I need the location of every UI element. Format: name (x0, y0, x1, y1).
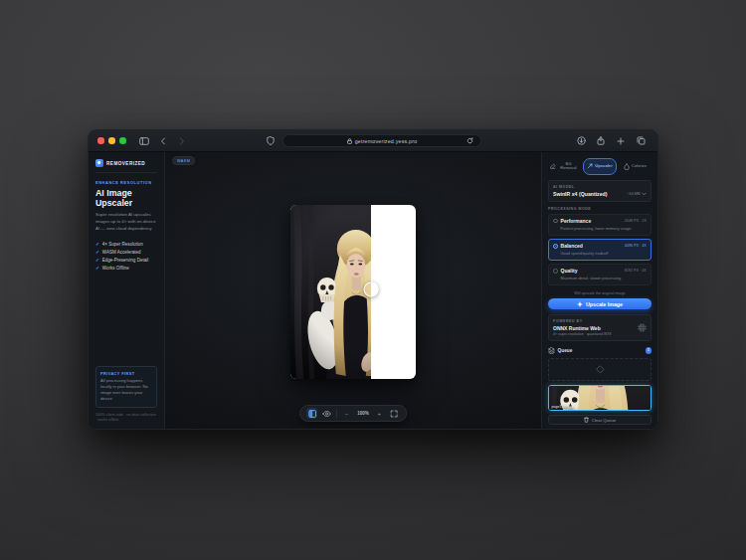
traffic-lights (97, 137, 126, 144)
feature-label: Works Offline (102, 266, 129, 271)
queue-thumbnail-selected[interactable]: page1548.jpg (548, 385, 652, 411)
radio-icon (553, 269, 558, 274)
feature-label: 4× Super Resolution (102, 242, 143, 247)
spark-icon (577, 301, 583, 307)
queue-title: Queue (558, 348, 573, 353)
zoom-out-icon[interactable]: − (341, 408, 352, 419)
tab-label: Upscaler (595, 164, 613, 169)
model-select[interactable]: AI MODEL SwinIR x4 (Quantized) ~64 MB (548, 180, 652, 202)
tab-label: BG Removal (558, 162, 580, 172)
privacy-title: PRIVACY FIRST (100, 371, 152, 376)
share-icon[interactable] (595, 135, 607, 147)
forward-icon[interactable] (176, 135, 188, 147)
canvas-toolbar: − 100% + (299, 405, 407, 422)
powered-name: ONNX Runtime Web (553, 325, 611, 331)
editor-canvas: WASM − 100% + (165, 152, 541, 430)
downloads-icon[interactable] (575, 135, 587, 147)
mode-desc: Fastest processing, lower memory usage (561, 226, 648, 231)
feature-label: WASM Accelerated (102, 250, 141, 255)
mode-desc: Good speed/quality tradeoff (561, 251, 648, 256)
check-icon: ✓ (95, 258, 99, 263)
tab-label: Colorize (632, 164, 647, 169)
page-title: AI Image Upscaler (95, 188, 157, 208)
mode-badge: 2048 PX · 2X (625, 219, 647, 223)
close-window-button[interactable] (97, 137, 104, 144)
mode-badge: 4096 PX · 4X (625, 244, 647, 248)
queue-header: Queue 1 (548, 347, 652, 354)
check-icon: ✓ (95, 250, 99, 255)
minimize-window-button[interactable] (108, 137, 115, 144)
reload-icon[interactable] (464, 135, 475, 147)
fit-screen-icon[interactable] (389, 408, 400, 419)
tab-upscaler[interactable]: Upscaler (583, 158, 616, 175)
tab-overview-icon[interactable] (635, 135, 647, 147)
mode-badge: 8192 PX · 4X (625, 269, 647, 273)
url-text: getremoverized.yess.pro (355, 138, 418, 144)
powered-desc: 4× super-resolution · quantized INT8 (553, 332, 611, 336)
privacy-body: All processing happens locally in your b… (100, 378, 152, 403)
browser-window: getremoverized.yess.pro (88, 129, 658, 430)
feature-label: Edge-Preserving Detail (102, 258, 148, 263)
address-bar[interactable]: getremoverized.yess.pro (282, 134, 481, 147)
feature-list: ✓ 4× Super Resolution ✓ WASM Accelerated… (95, 239, 157, 274)
model-size: ~64 MB (627, 192, 647, 196)
feature-item: ✓ WASM Accelerated (95, 250, 157, 255)
preview-eye-icon[interactable] (321, 408, 332, 419)
powered-label: POWERED BY (553, 319, 611, 323)
zoom-level: 100% (356, 411, 370, 416)
original-photo (290, 205, 371, 379)
mode-quality[interactable]: Quality 8192 PX · 4X Maximum detail, slo… (548, 264, 652, 285)
toolbar-divider (336, 410, 337, 418)
tool-tabs: BG Removal Upscaler Colorize (548, 158, 652, 175)
cpu-chip-icon (638, 323, 647, 332)
radio-icon (553, 244, 558, 249)
zoom-window-button[interactable] (119, 137, 126, 144)
check-icon: ✓ (95, 266, 99, 271)
model-value: SwinIR x4 (Quantized) (553, 191, 607, 197)
compare-toggle-icon[interactable] (306, 408, 317, 419)
address-bar-group: getremoverized.yess.pro (265, 130, 481, 151)
chevron-down-icon (642, 192, 647, 196)
compare-card[interactable] (290, 205, 416, 379)
tab-colorize[interactable]: Colorize (619, 158, 652, 175)
mode-balanced[interactable]: Balanced 4096 PX · 4X Good speed/quality… (548, 239, 652, 261)
privacy-card: PRIVACY FIRST All processing happens loc… (95, 366, 157, 408)
runtime-badge: WASM (172, 156, 195, 165)
titlebar-actions (575, 135, 647, 147)
tab-bg-removal[interactable]: BG Removal (548, 158, 581, 175)
brand: REMOVERIZED (95, 159, 157, 173)
feature-item: ✓ Edge-Preserving Detail (95, 258, 157, 263)
clear-queue-button[interactable]: Clear Queue (548, 415, 652, 425)
queue-file-name: page1548.jpg (552, 405, 574, 409)
radio-icon (553, 219, 558, 224)
brand-name: REMOVERIZED (106, 161, 145, 166)
zoom-in-icon[interactable]: + (374, 408, 385, 419)
lock-icon (347, 138, 352, 144)
trash-icon (584, 417, 589, 423)
browser-titlebar: getremoverized.yess.pro (89, 130, 657, 152)
add-image-icon (596, 365, 605, 374)
sidebar-toggle-icon[interactable] (138, 135, 150, 147)
powered-by-card: POWERED BY ONNX Runtime Web 4× super-res… (548, 314, 652, 341)
compare-slider-handle[interactable] (363, 282, 378, 297)
check-icon: ✓ (95, 242, 99, 247)
queue-drop-zone[interactable] (548, 358, 652, 381)
privacy-shield-icon[interactable] (265, 135, 277, 147)
model-label: AI MODEL (553, 185, 647, 189)
page-description: Super resolution AI upscales images up t… (95, 212, 157, 232)
modes-label: PROCESSING MODE (548, 207, 652, 211)
mode-performance[interactable]: Performance 2048 PX · 2X Fastest process… (548, 214, 652, 236)
mode-desc: Maximum detail, slower processing (561, 276, 648, 280)
back-icon[interactable] (157, 135, 169, 147)
sidebar-footer: 100% client-side · no data collection · … (95, 413, 157, 424)
brand-logo-icon (95, 159, 103, 167)
upscale-button[interactable]: Upscale Image (548, 298, 652, 310)
mode-name: Balanced (561, 243, 622, 249)
feature-item: ✓ Works Offline (95, 266, 157, 271)
new-tab-icon[interactable] (615, 135, 627, 147)
controls-panel: BG Removal Upscaler Colorize AI MODEL Sw… (541, 152, 657, 430)
info-sidebar: REMOVERIZED ENHANCE RESOLUTION AI Image … (89, 152, 165, 430)
mode-name: Quality (561, 268, 622, 274)
upscale-note: Will upscale the original image (548, 291, 652, 295)
feature-item: ✓ 4× Super Resolution (95, 242, 157, 247)
